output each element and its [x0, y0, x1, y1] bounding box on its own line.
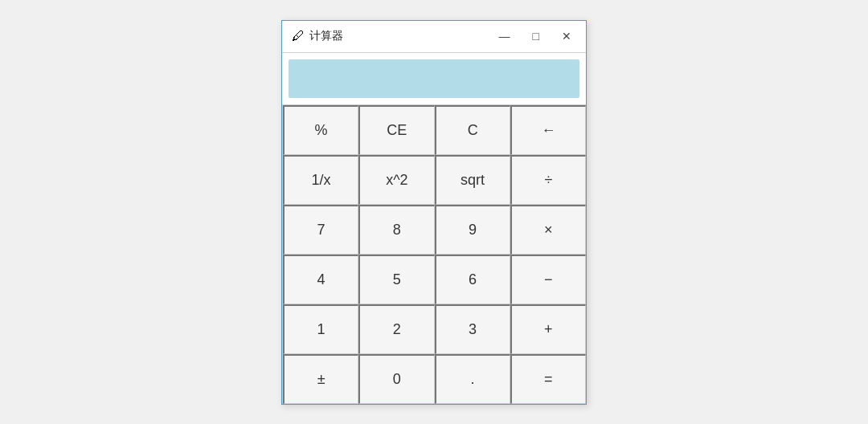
title-bar: 🖊 计算器 — □ ✕: [282, 21, 586, 53]
key-8[interactable]: 8: [358, 205, 434, 255]
key-C[interactable]: C: [435, 105, 510, 155]
key-0[interactable]: 0: [358, 354, 434, 404]
key-CE[interactable]: CE: [358, 105, 434, 155]
key-x_2[interactable]: x^2: [358, 155, 434, 205]
app-icon: 🖊: [292, 29, 305, 43]
key-_[interactable]: ←: [510, 105, 586, 155]
key-_[interactable]: +: [510, 304, 586, 354]
key-_[interactable]: ±: [283, 354, 358, 404]
key-3[interactable]: 3: [435, 304, 510, 354]
keypad: %CEC←1/xx^2sqrt÷789×456−123+±0.=: [282, 104, 586, 404]
key-_[interactable]: ÷: [510, 155, 586, 205]
key-7[interactable]: 7: [283, 205, 358, 255]
display-screen: [289, 59, 579, 98]
key-6[interactable]: 6: [435, 255, 510, 304]
key-sqrt[interactable]: sqrt: [435, 155, 510, 205]
window-title: 计算器: [309, 29, 494, 43]
window-controls: — □ ✕: [494, 29, 576, 43]
key-9[interactable]: 9: [435, 205, 510, 255]
maximize-button[interactable]: □: [528, 29, 544, 43]
key-2[interactable]: 2: [358, 304, 434, 354]
key-_[interactable]: ×: [510, 205, 586, 255]
key-_[interactable]: −: [510, 255, 586, 304]
close-button[interactable]: ✕: [557, 29, 576, 43]
key-4[interactable]: 4: [283, 255, 358, 304]
key-1[interactable]: 1: [283, 304, 358, 354]
calculator-window: 🖊 计算器 — □ ✕ %CEC←1/xx^2sqrt÷789×456−123+…: [281, 20, 587, 405]
key-_[interactable]: %: [283, 105, 358, 155]
key-_[interactable]: =: [510, 354, 586, 404]
key-1_x[interactable]: 1/x: [283, 155, 358, 205]
minimize-button[interactable]: —: [494, 29, 515, 43]
key-5[interactable]: 5: [358, 255, 434, 304]
key-_[interactable]: .: [435, 354, 510, 404]
